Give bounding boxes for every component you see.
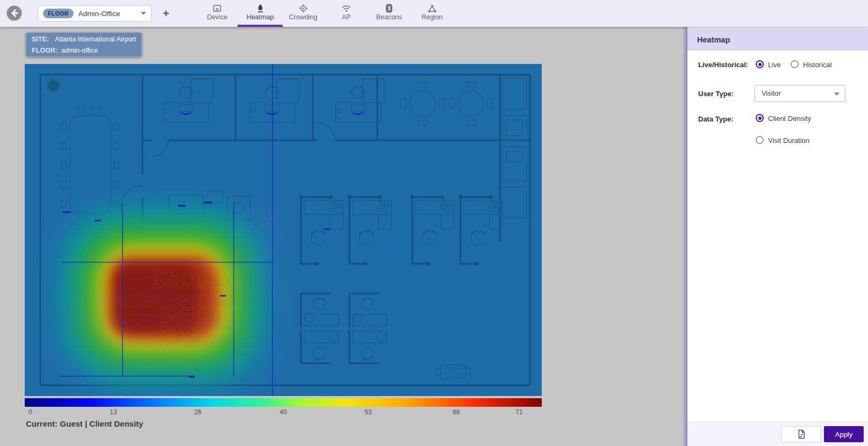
- tab-label: Beacons: [376, 13, 403, 21]
- live-radio[interactable]: [756, 60, 764, 68]
- tick-label: 26: [194, 408, 201, 416]
- floorplan-heatmap[interactable]: [25, 64, 542, 396]
- visit-duration-radio[interactable]: [756, 136, 764, 144]
- historical-radio[interactable]: [791, 60, 799, 68]
- tab-crowding[interactable]: Crowding: [282, 0, 325, 27]
- floor-value: admin-office: [61, 45, 98, 56]
- add-floor-button[interactable]: +: [159, 5, 173, 21]
- historical-radio-label[interactable]: Historical: [803, 61, 831, 69]
- tab-label: Heatmap: [247, 13, 274, 21]
- apply-button[interactable]: Apply: [824, 426, 864, 442]
- active-tab-underline: [238, 25, 283, 27]
- map-content-area: SITE: Atlanta International Airport FLOO…: [0, 27, 683, 446]
- client-density-radio-label[interactable]: Client Density: [768, 114, 811, 123]
- tab-label: AP: [342, 13, 351, 21]
- site-info-box: SITE: Atlanta International Airport FLOO…: [26, 32, 142, 57]
- live-historical-label: Live/Historical:: [698, 61, 748, 69]
- tick-label: 40: [279, 408, 286, 416]
- tab-label: Crowding: [289, 13, 318, 21]
- export-pdf-button[interactable]: [781, 426, 821, 442]
- tick-label: 13: [110, 408, 117, 416]
- tab-label: Region: [421, 13, 443, 21]
- floor-pill: FLOOR: [43, 9, 74, 18]
- tab-heatmap[interactable]: Heatmap: [239, 0, 282, 27]
- arrow-left-circle-icon: [6, 5, 22, 21]
- top-toolbar: FLOOR Admin-Office + Device Heatmap: [0, 0, 868, 27]
- user-type-label: User Type:: [698, 90, 734, 98]
- floor-selector[interactable]: FLOOR Admin-Office: [38, 5, 152, 21]
- panel-title: Heatmap: [687, 29, 868, 51]
- site-label: SITE:: [32, 34, 55, 45]
- device-icon: [212, 4, 222, 13]
- crowding-icon: [299, 4, 308, 13]
- user-type-select[interactable]: Visitor: [755, 85, 845, 102]
- tick-label: 53: [364, 408, 371, 416]
- color-scale-ticks: 0 13 26 40 53 66 71: [25, 408, 542, 417]
- tab-beacons[interactable]: Beacons: [368, 0, 411, 27]
- panel-footer: Apply: [687, 422, 868, 446]
- region-icon: [427, 4, 437, 13]
- back-button[interactable]: [6, 5, 22, 21]
- site-value: Atlanta International Airport: [55, 34, 136, 45]
- tab-device[interactable]: Device: [196, 0, 239, 27]
- pdf-file-icon: [797, 429, 806, 439]
- heatmap-settings-panel: Heatmap Live/Historical: Live Historical…: [687, 27, 868, 446]
- data-type-label: Data Type:: [698, 115, 734, 123]
- visit-duration-radio-label[interactable]: Visit Duration: [768, 136, 809, 145]
- tab-label: Device: [207, 13, 227, 21]
- tab-region[interactable]: Region: [411, 0, 454, 27]
- floor-selector-value: Admin-Office: [78, 10, 120, 18]
- chevron-down-icon: [141, 12, 146, 15]
- heatmap-icon: [256, 4, 265, 13]
- tab-ap[interactable]: AP: [325, 0, 368, 27]
- tick-label: 0: [28, 408, 32, 416]
- current-status-label: Current: Guest | Client Density: [26, 419, 143, 428]
- view-tabs: Device Heatmap Crowding: [196, 0, 454, 27]
- live-radio-label[interactable]: Live: [768, 61, 781, 69]
- tick-label: 71: [515, 408, 522, 416]
- tick-label: 66: [453, 408, 460, 416]
- ap-wifi-icon: [341, 4, 351, 13]
- chevron-down-icon: [834, 92, 840, 96]
- client-density-radio[interactable]: [756, 114, 764, 122]
- panel-left-shadow: [683, 27, 687, 446]
- floor-label: FLOOR:: [32, 45, 61, 56]
- heatmap-color-scale: [25, 398, 542, 407]
- beacons-icon: [385, 4, 393, 13]
- user-type-value: Visitor: [755, 85, 845, 102]
